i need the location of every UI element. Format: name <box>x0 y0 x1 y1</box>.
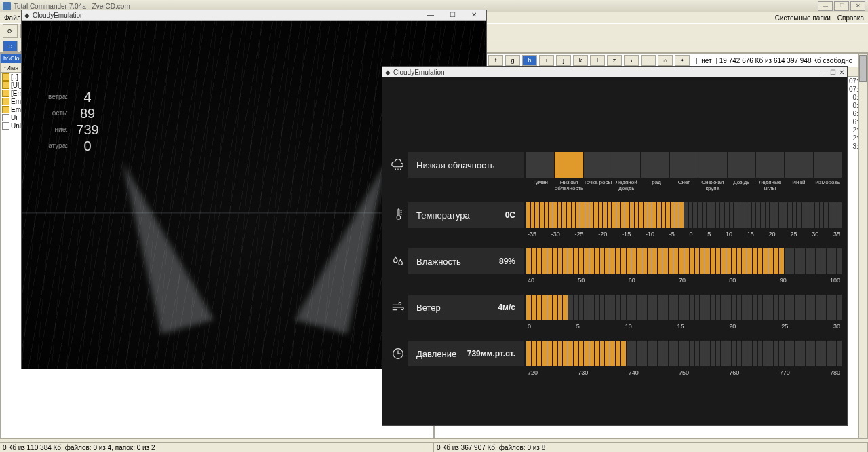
bar-segment[interactable] <box>810 202 814 228</box>
panel-titlebar[interactable]: ◆ CloudyEmulation — ☐ ✕ <box>382 67 847 77</box>
drive-button-h[interactable]: h <box>522 55 537 66</box>
bar-segment[interactable] <box>742 295 747 320</box>
bar-segment[interactable] <box>779 202 783 228</box>
bar-segment[interactable] <box>553 248 557 274</box>
bar-segment[interactable] <box>721 248 726 274</box>
bar-segment[interactable] <box>627 248 631 274</box>
bar-segment[interactable] <box>610 341 615 366</box>
drive-button-j[interactable]: j <box>556 55 571 66</box>
bar-segment[interactable] <box>568 248 573 274</box>
bar-segment[interactable] <box>698 202 702 228</box>
bar-segment[interactable] <box>562 202 566 228</box>
bar-segment[interactable] <box>738 202 743 228</box>
bar-segment[interactable] <box>820 202 824 228</box>
bar-segment[interactable] <box>783 202 787 228</box>
bar-segment[interactable] <box>695 295 700 320</box>
bar-segment[interactable] <box>594 202 598 228</box>
bar-segment[interactable] <box>721 295 726 320</box>
bar-segment[interactable] <box>789 341 794 366</box>
bar-segment[interactable] <box>693 202 697 228</box>
bar-segment[interactable] <box>537 295 542 320</box>
bar-segment[interactable] <box>779 341 784 366</box>
right-scrollbar[interactable] <box>858 54 867 438</box>
bar-segment[interactable] <box>542 248 547 274</box>
bar-segment[interactable] <box>610 295 615 320</box>
bar-segment[interactable] <box>763 341 768 366</box>
weather-category[interactable]: Изморозь <box>814 152 842 178</box>
bar-segment[interactable] <box>549 202 553 228</box>
bar-segment[interactable] <box>637 295 642 320</box>
drive-button-l[interactable]: l <box>590 55 605 66</box>
bar-segment[interactable] <box>631 341 636 366</box>
bar-segment[interactable] <box>756 202 760 228</box>
bar-segment[interactable] <box>716 248 721 274</box>
bar-segment[interactable] <box>703 202 707 228</box>
bar-segment[interactable] <box>652 341 657 366</box>
bar-segment[interactable] <box>675 202 679 228</box>
bar-segment[interactable] <box>553 202 557 228</box>
bar-segment[interactable] <box>669 341 673 366</box>
bar-segment[interactable] <box>605 248 610 274</box>
bar-segment[interactable] <box>690 248 694 274</box>
bar-segment[interactable] <box>558 202 562 228</box>
bar-segment[interactable] <box>580 202 585 228</box>
bar-segment[interactable] <box>831 248 836 274</box>
bar-segment[interactable] <box>652 202 656 228</box>
bar-segment[interactable] <box>635 202 639 228</box>
bar-segment[interactable] <box>669 295 673 320</box>
bar-segment[interactable] <box>537 248 542 274</box>
bar-segment[interactable] <box>648 202 652 228</box>
bar-segment[interactable] <box>785 341 789 366</box>
bar-segment[interactable] <box>747 248 752 274</box>
bar-segment[interactable] <box>612 202 616 228</box>
bar-segment[interactable] <box>610 248 615 274</box>
bar-segment[interactable] <box>679 341 684 366</box>
weather-category[interactable]: Ледяной дождь <box>612 152 640 178</box>
bar-segment[interactable] <box>789 295 794 320</box>
bar-segment[interactable] <box>558 341 563 366</box>
bar-segment[interactable] <box>726 248 731 274</box>
weather-category[interactable]: Снежная крупа <box>698 152 726 178</box>
bar-segment[interactable] <box>568 341 573 366</box>
bar-segment[interactable] <box>725 202 729 228</box>
bar-segment[interactable] <box>642 295 647 320</box>
bar-segment[interactable] <box>700 295 705 320</box>
bar-segment[interactable] <box>810 295 815 320</box>
drive-button-z[interactable]: z <box>607 55 622 66</box>
bar-segment[interactable] <box>690 341 694 366</box>
drive-button-g[interactable]: g <box>505 55 520 66</box>
bar-segment[interactable] <box>810 248 815 274</box>
bar-segment[interactable] <box>800 295 805 320</box>
bar-segment[interactable] <box>627 341 631 366</box>
bar-segment[interactable] <box>679 295 684 320</box>
bar-segment[interactable] <box>747 341 752 366</box>
bar-segment[interactable] <box>824 202 828 228</box>
bar-segment[interactable] <box>595 248 599 274</box>
bar-segment[interactable] <box>829 202 833 228</box>
bar-segment[interactable] <box>837 295 842 320</box>
bar-segment[interactable] <box>637 248 642 274</box>
bar-segment[interactable] <box>589 295 594 320</box>
bar-segment[interactable] <box>711 202 715 228</box>
bar-segment[interactable] <box>761 202 765 228</box>
weather-category[interactable]: Град <box>641 152 669 178</box>
bar-segment[interactable] <box>758 341 763 366</box>
tc-max-button[interactable]: ☐ <box>834 1 849 11</box>
bar-segment[interactable] <box>716 202 720 228</box>
bar-segment[interactable] <box>621 248 626 274</box>
bar-segment[interactable] <box>631 248 636 274</box>
bar-segment[interactable] <box>789 248 794 274</box>
weather-category[interactable]: Дождь <box>728 152 755 178</box>
drive-button-i[interactable]: i <box>539 55 554 66</box>
bar-segment[interactable] <box>734 202 738 228</box>
weather-category[interactable]: Иней <box>785 152 812 178</box>
bar-segment[interactable] <box>707 202 711 228</box>
bar-segment[interactable] <box>639 202 643 228</box>
bar-segment[interactable] <box>652 248 657 274</box>
bar-segment[interactable] <box>827 341 831 366</box>
bar-segment[interactable] <box>663 248 668 274</box>
bar-segment[interactable] <box>658 341 663 366</box>
bar-segment[interactable] <box>763 248 768 274</box>
bar-segment[interactable] <box>673 341 678 366</box>
bar-segment[interactable] <box>574 248 578 274</box>
